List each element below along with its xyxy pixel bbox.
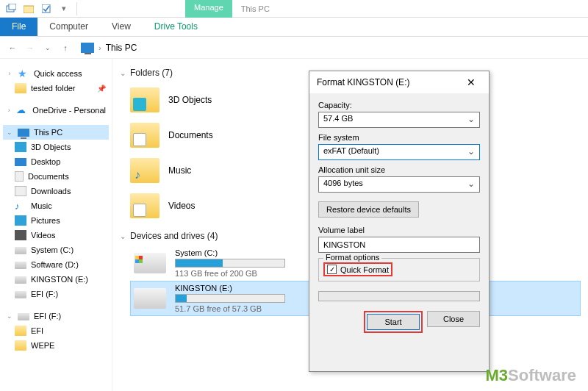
nav-kingston-drive[interactable]: KINGSTON (E:) xyxy=(3,272,109,287)
file-tab[interactable]: File xyxy=(0,18,37,36)
start-button[interactable]: Start xyxy=(367,314,420,330)
nav-label: This PC xyxy=(34,128,62,137)
drive-icon xyxy=(15,247,26,254)
capacity-value: 57.4 GB xyxy=(323,114,353,123)
nav-label: Videos xyxy=(31,231,55,240)
usb-drive-icon xyxy=(15,291,26,298)
3d-icon xyxy=(15,142,26,152)
nav-label: Pictures xyxy=(31,216,60,225)
format-dialog: Format KINGSTON (E:) ✕ Capacity: 57.4 GB… xyxy=(309,71,490,372)
nav-label: Quick access xyxy=(34,69,82,78)
nav-label: 3D Objects xyxy=(31,143,71,151)
nav-efi-folder[interactable]: EFI xyxy=(3,323,109,338)
nav-label: EFI xyxy=(31,326,43,335)
nav-software-drive[interactable]: Software (D:) xyxy=(3,257,109,272)
nav-label: Documents xyxy=(28,172,69,181)
tab-drive-tools[interactable]: Drive Tools xyxy=(143,18,209,36)
volume-label-input[interactable] xyxy=(318,237,480,253)
nav-back-icon[interactable]: ← xyxy=(6,41,19,54)
nav-system-drive[interactable]: System (C:) xyxy=(3,243,109,257)
folder-icon xyxy=(15,83,26,93)
nav-music[interactable]: ♪Music xyxy=(3,198,109,213)
filesystem-label: File system xyxy=(318,133,480,142)
highlight-annotation: Start xyxy=(364,311,423,333)
pin-icon: 📌 xyxy=(97,85,106,93)
nav-label: OneDrive - Personal xyxy=(32,106,106,115)
nav-up-icon[interactable]: ↑ xyxy=(59,41,72,54)
chevron-down-icon: ⌄ xyxy=(6,129,13,136)
desktop-icon xyxy=(15,158,26,166)
nav-efi-drive[interactable]: EFI (F:) xyxy=(3,287,109,301)
folder-icon xyxy=(130,87,159,112)
qat-new-folder-icon[interactable] xyxy=(21,1,37,16)
chevron-down-icon: ⌄ xyxy=(6,312,13,320)
capacity-bar xyxy=(175,259,285,268)
format-options-legend: Format options xyxy=(323,253,381,262)
document-icon xyxy=(15,171,24,182)
star-icon: ★ xyxy=(18,68,29,79)
pictures-icon xyxy=(15,215,26,226)
nav-videos[interactable]: Videos xyxy=(3,228,109,243)
nav-quick-access[interactable]: › ★ Quick access xyxy=(3,66,109,81)
download-icon xyxy=(15,186,26,196)
close-button[interactable]: Close xyxy=(427,311,480,327)
qat-customize-dropdown[interactable]: ▾ xyxy=(56,1,72,16)
tab-view[interactable]: View xyxy=(100,18,143,36)
drive-name: KINGSTON (E:) xyxy=(175,284,285,293)
capacity-select[interactable]: 57.4 GB xyxy=(318,112,480,128)
nav-onedrive[interactable]: › ☁ OneDrive - Personal xyxy=(3,103,109,118)
nav-3d-objects[interactable]: 3D Objects xyxy=(3,140,109,154)
nav-label: Downloads xyxy=(31,187,71,196)
nav-label: Music xyxy=(31,201,52,210)
nav-pictures[interactable]: Pictures xyxy=(3,213,109,228)
chevron-right-icon[interactable]: › xyxy=(98,43,101,52)
qat-properties-icon[interactable] xyxy=(3,1,19,16)
close-icon[interactable]: ✕ xyxy=(461,76,481,88)
tab-computer[interactable]: Computer xyxy=(37,18,100,36)
drive-free-text: 51.7 GB free of 57.3 GB xyxy=(175,304,285,313)
nav-this-pc[interactable]: ⌄ This PC xyxy=(3,125,109,140)
restore-defaults-button[interactable]: Restore device defaults xyxy=(318,201,419,218)
qat-checkbox-icon[interactable] xyxy=(38,1,54,16)
nav-label: WEPE xyxy=(31,341,54,350)
nav-documents[interactable]: Documents xyxy=(3,169,109,184)
capacity-label: Capacity: xyxy=(318,101,480,110)
nav-desktop[interactable]: Desktop xyxy=(3,154,109,169)
dialog-titlebar[interactable]: Format KINGSTON (E:) ✕ xyxy=(309,71,489,93)
nav-efi-root[interactable]: ⌄ EFI (F:) xyxy=(3,309,109,323)
window-title: This PC xyxy=(232,4,306,13)
usb-drive-icon xyxy=(15,276,26,284)
divider xyxy=(76,2,79,15)
nav-dropdown-icon[interactable]: ⌄ xyxy=(41,41,54,54)
monitor-icon xyxy=(18,129,29,137)
address-bar: ← → ⌄ ↑ › This PC xyxy=(0,37,588,59)
folder-label: Music xyxy=(168,165,191,176)
nav-downloads[interactable]: Downloads xyxy=(3,184,109,198)
quick-format-checkbox[interactable]: ✓ xyxy=(327,265,337,274)
watermark: M3Software xyxy=(486,366,576,385)
section-title: Folders (7) xyxy=(130,68,173,78)
folder-label: Videos xyxy=(168,201,195,211)
drive-free-text: 113 GB free of 200 GB xyxy=(175,269,285,278)
format-options-group: Format options ✓ Quick Format xyxy=(318,258,480,281)
main-area: › ★ Quick access tested folder 📌 › ☁ One… xyxy=(0,59,588,391)
nav-tested-folder[interactable]: tested folder 📌 xyxy=(3,81,109,96)
chevron-right-icon: › xyxy=(6,70,13,77)
chevron-right-icon: › xyxy=(6,107,12,114)
nav-label: KINGSTON (E:) xyxy=(31,275,88,284)
watermark-software: Software xyxy=(508,366,576,384)
nav-wepe-folder[interactable]: WEPE xyxy=(3,338,109,353)
drive-icon xyxy=(134,288,166,309)
breadcrumb-location[interactable]: This PC xyxy=(106,43,137,53)
chevron-down-icon: ⌄ xyxy=(120,232,126,240)
progress-bar xyxy=(318,291,480,301)
section-title: Devices and drives (4) xyxy=(130,231,218,241)
svg-rect-1 xyxy=(9,4,16,10)
allocation-select[interactable]: 4096 bytes xyxy=(318,176,480,193)
filesystem-select[interactable]: exFAT (Default) xyxy=(318,144,480,160)
capacity-bar xyxy=(175,294,285,303)
dialog-title: Format KINGSTON (E:) xyxy=(317,77,409,87)
contextual-tab-header: Manage xyxy=(185,0,232,18)
drive-name: System (C:) xyxy=(175,248,285,257)
nav-forward-icon[interactable]: → xyxy=(24,41,37,54)
